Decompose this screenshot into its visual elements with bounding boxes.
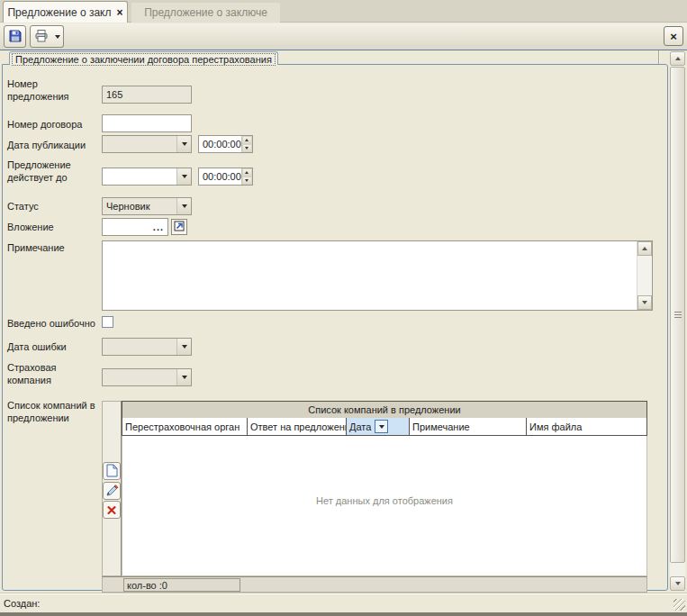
delete-x-icon: ✕ (106, 503, 118, 517)
page-tab-title: Предложение о заключении договора перест… (12, 53, 276, 66)
time-up-button[interactable] (242, 136, 252, 144)
status-combo[interactable]: Черновик (102, 197, 192, 215)
time-up-button[interactable] (242, 168, 252, 177)
publish-date-drop-button[interactable] (176, 136, 191, 152)
tab-close-icon[interactable]: × (116, 7, 122, 18)
column-header-date-label: Дата (349, 421, 371, 432)
insurance-company-drop-button[interactable] (176, 369, 191, 385)
status-drop-button[interactable] (176, 198, 191, 214)
error-date-label: Дата ошибки (7, 340, 99, 353)
note-label: Примечание (7, 241, 99, 254)
resize-grip[interactable] (673, 599, 685, 611)
edit-row-button[interactable] (103, 482, 121, 500)
error-date-combo[interactable] (102, 338, 192, 356)
doc-tab-inactive-label: Предложение о заключе (144, 6, 267, 19)
date-filter-button[interactable] (375, 420, 388, 433)
note-scroll-down-button[interactable] (637, 295, 652, 310)
save-icon (8, 29, 23, 45)
grid-body (122, 436, 647, 576)
proposal-number-label: Номер предложения (7, 77, 99, 103)
note-textarea[interactable] (102, 240, 653, 311)
publish-time-spinner[interactable]: 00:00:00 (198, 135, 253, 153)
close-icon: × (670, 30, 677, 43)
publish-date-label: Дата публикации (7, 139, 99, 151)
arrow-down-icon (245, 147, 249, 149)
toolbar-divider (0, 50, 687, 50)
entered-erroneously-checkbox[interactable] (102, 316, 113, 328)
tab-reinsurance-proposal[interactable]: Предложение о заключении договора перест… (9, 51, 278, 65)
chevron-down-icon (182, 204, 187, 208)
edit-pencil-icon (105, 484, 119, 499)
close-form-button[interactable]: × (664, 26, 683, 46)
grid-footer: кол-во :0 (102, 576, 647, 593)
arrow-up-icon (642, 247, 647, 250)
app-window: Предложение о закл × Предложение о заклю… (0, 0, 687, 616)
save-button[interactable] (4, 25, 26, 48)
status-bar: Создан: (0, 593, 687, 612)
chevron-down-icon (182, 142, 187, 146)
insurance-company-combo[interactable] (102, 368, 192, 386)
scrollbar-thumb[interactable] (670, 67, 685, 563)
browse-button[interactable]: ... (153, 222, 164, 232)
doc-tab-inactive[interactable]: Предложение о заключе (131, 3, 280, 23)
vertical-scrollbar[interactable] (670, 51, 685, 591)
insurance-company-label: Страховая компания (7, 361, 99, 386)
print-button[interactable] (30, 25, 52, 48)
arrow-up-icon (245, 171, 249, 174)
proposal-number-field[interactable] (102, 86, 192, 104)
scrollbar-grip-icon (674, 312, 682, 319)
chevron-down-icon (182, 376, 187, 379)
open-external-icon (174, 221, 185, 233)
arrow-down-icon (245, 179, 249, 182)
filter-arrow-icon (379, 425, 384, 429)
column-header-response[interactable]: Ответ на предложение (247, 418, 347, 436)
arrow-up-icon (675, 57, 681, 60)
window-bottom-edge (0, 612, 687, 616)
grid-title: Список компаний в предложении (122, 401, 647, 419)
valid-until-drop-button[interactable] (176, 168, 191, 185)
add-row-button[interactable] (103, 462, 121, 480)
scrollbar-down-button[interactable] (670, 576, 685, 591)
doc-tab-active[interactable]: Предложение о закл × (3, 1, 128, 23)
delete-row-button[interactable]: ✕ (103, 501, 121, 519)
status-label: Статус (7, 200, 99, 213)
document-tabstrip: Предложение о закл × Предложение о заклю… (0, 0, 687, 23)
printer-icon (34, 29, 49, 45)
companies-grid: Список компаний в предложении Перестрахо… (102, 401, 647, 593)
time-down-button[interactable] (242, 144, 252, 152)
chevron-down-icon (182, 175, 187, 178)
publish-time-value: 00:00:00 (199, 136, 241, 152)
column-header-reinsurer[interactable]: Перестраховочная орган (122, 418, 248, 436)
companies-list-label: Список компаний в предложении (7, 399, 99, 424)
arrow-down-icon (642, 301, 647, 304)
chevron-down-icon (55, 35, 60, 39)
time-down-button[interactable] (242, 177, 252, 185)
column-header-date[interactable]: Дата (346, 418, 410, 436)
created-status-text: Создан: (4, 598, 40, 609)
open-attachment-button[interactable] (171, 219, 187, 235)
column-header-filename[interactable]: Имя файла (526, 418, 647, 436)
arrow-up-icon (245, 139, 249, 141)
attachment-field[interactable]: ... (102, 218, 168, 236)
publish-date-combo[interactable] (102, 135, 192, 153)
contract-number-label: Номер договора (7, 118, 99, 131)
valid-until-combo[interactable] (102, 168, 192, 186)
valid-until-label: Предложение действует до (7, 159, 99, 184)
entered-erroneously-label: Введено ошибочно (7, 317, 99, 330)
doc-tab-active-label: Предложение о закл (7, 6, 111, 19)
chevron-down-icon (182, 345, 187, 349)
scrollbar-up-button[interactable] (670, 51, 685, 66)
note-scrollbar[interactable] (637, 241, 652, 310)
print-dropdown-button[interactable] (51, 25, 64, 48)
contract-number-field[interactable] (102, 114, 192, 132)
valid-until-time-spinner[interactable]: 00:00:00 (198, 168, 253, 186)
grid-row-count: кол-во :0 (123, 578, 240, 592)
status-value: Черновик (103, 201, 176, 212)
note-scroll-up-button[interactable] (637, 241, 652, 256)
new-document-icon (106, 464, 118, 479)
attachment-label: Вложение (7, 221, 99, 233)
column-header-note[interactable]: Примечание (409, 418, 527, 436)
grid-empty-text: Нет данных для отображения (122, 495, 647, 506)
error-date-drop-button[interactable] (176, 339, 191, 355)
valid-until-time-value: 00:00:00 (199, 168, 241, 185)
